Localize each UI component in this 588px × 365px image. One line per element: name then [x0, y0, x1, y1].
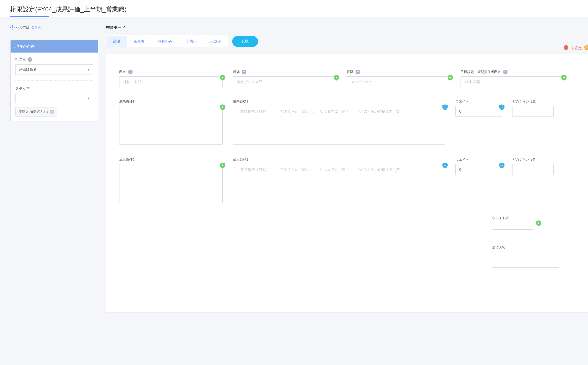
- form-field: 成果目標1+: [233, 99, 445, 145]
- chip-remove-icon[interactable]: ✕: [50, 110, 54, 114]
- chevron-down-icon: ▼: [87, 97, 90, 100]
- mode-tab-hidden[interactable]: 非表示: [179, 36, 203, 47]
- mode-tab-readonly[interactable]: 閲覧のみ: [151, 36, 179, 47]
- form-row-2: 成果責任1+成果目標1+ウエイト+どのくらい（量: [119, 99, 575, 145]
- form-row-1: 氏名?+所属?+役職?+目標設定 管理責任者氏名?+: [119, 70, 575, 87]
- field-label: 役職: [347, 70, 353, 74]
- field-input[interactable]: [461, 76, 564, 87]
- field-textarea[interactable]: [233, 164, 445, 203]
- step-label-row: ステップ: [15, 86, 93, 91]
- mode-tabs: 必須 編集可 閲覧のみ 非表示 未設定: [106, 36, 228, 47]
- shield-icon: +: [220, 75, 225, 81]
- form-row-3: 成果責任2+成果目標1+ウエイト+どのくらい（量: [119, 157, 575, 204]
- bonus-content-input[interactable]: [492, 252, 559, 268]
- apply-button[interactable]: 反映: [232, 36, 258, 47]
- shield-icon: +: [220, 163, 225, 168]
- shield-icon: +: [499, 104, 504, 110]
- chip-label: 実績入力(実績入力): [19, 110, 48, 114]
- shield-icon: +: [561, 75, 567, 81]
- form-field: 役職?+: [347, 70, 450, 87]
- page-title: 権限設定(FY04_成果評価_上半期_営業職): [10, 5, 126, 17]
- conditions-panel: 現在の条件 担当者 ? 評価対象者 ▼ ステップ ▼: [10, 40, 98, 121]
- form-field: どのくらい（量: [512, 99, 554, 145]
- field-input[interactable]: [455, 106, 502, 117]
- field-label: 成果目標1: [233, 99, 248, 104]
- help-link[interactable]: こちら: [31, 25, 41, 30]
- help-badge-icon[interactable]: ?: [503, 70, 508, 74]
- form-row-5: 加点内容: [119, 245, 575, 268]
- field-label: ウエイト: [455, 99, 469, 104]
- mode-label: 権限モード: [106, 25, 588, 30]
- form-field: 成果責任2+: [119, 157, 223, 204]
- form-field: 所属?+: [233, 70, 336, 87]
- field-label: 成果責任2: [119, 157, 134, 162]
- form-field: 氏名?+: [119, 70, 223, 87]
- field-label: 所属: [233, 70, 240, 74]
- field-input[interactable]: [119, 76, 223, 87]
- help-prefix: ヘルプは: [16, 25, 29, 30]
- bonus-content-label: 加点内容: [492, 245, 506, 250]
- field-textarea[interactable]: [233, 106, 445, 145]
- assignee-label: 担当者: [15, 57, 26, 62]
- mode-tab-unset[interactable]: 未設定: [203, 36, 228, 47]
- field-input[interactable]: [347, 76, 450, 87]
- help-badge-icon[interactable]: ?: [28, 57, 32, 62]
- field-label: ウエイト: [455, 157, 469, 162]
- weight-total-input[interactable]: [492, 222, 533, 230]
- weight-total-label: ウエイト計: [492, 216, 509, 220]
- shield-icon: +: [536, 220, 541, 226]
- shield-yellow-icon: +: [584, 45, 588, 51]
- help-icon: ?: [10, 25, 14, 30]
- help-badge-icon[interactable]: ?: [356, 70, 360, 74]
- field-input[interactable]: [512, 164, 554, 175]
- form-field: 成果目標1+: [233, 157, 445, 204]
- separator: [15, 81, 93, 81]
- status-strip: + 未設定 +: [564, 45, 588, 51]
- form-canvas: 氏名?+所属?+役職?+目標設定 管理責任者氏名?+ 成果責任1+成果目標1+ウ…: [106, 54, 588, 313]
- step-label: ステップ: [15, 86, 30, 91]
- shield-icon: +: [442, 163, 448, 168]
- mode-tab-required[interactable]: 必須: [106, 36, 127, 47]
- shield-icon: +: [334, 75, 339, 81]
- assignee-label-row: 担当者 ?: [15, 57, 93, 62]
- shield-icon: +: [499, 163, 504, 168]
- form-field: ウエイト+: [455, 99, 502, 145]
- field-textarea[interactable]: [119, 164, 223, 203]
- mode-tab-editable[interactable]: 編集可: [127, 36, 151, 47]
- form-field: 成果責任1+: [119, 99, 223, 145]
- assignee-value: 評価対象者: [19, 67, 37, 72]
- form-row-4: ウエイト計 +: [119, 216, 575, 230]
- shield-red-icon: +: [564, 45, 568, 51]
- step-select[interactable]: ▼: [15, 94, 93, 103]
- help-link-row: ? ヘルプは こちら: [10, 25, 98, 30]
- field-input[interactable]: [455, 164, 502, 175]
- help-badge-icon[interactable]: ?: [128, 70, 133, 74]
- field-label: 成果目標1: [233, 157, 248, 162]
- field-input[interactable]: [512, 106, 554, 117]
- shield-icon: +: [442, 104, 448, 110]
- form-field: 目標設定 管理責任者氏名?+: [461, 70, 564, 87]
- form-field: ウエイト+: [455, 157, 502, 204]
- status-unset-label: 未設定: [571, 46, 582, 50]
- step-chip: 実績入力(実績入力) ✕: [15, 107, 57, 116]
- shield-icon: +: [448, 75, 453, 81]
- field-label: どのくらい（量: [512, 99, 536, 104]
- form-field: どのくらい（量: [512, 157, 554, 204]
- field-input[interactable]: [233, 76, 336, 87]
- svg-text:+: +: [586, 46, 588, 49]
- shield-icon: +: [220, 104, 225, 110]
- conditions-header: 現在の条件: [11, 40, 98, 53]
- help-badge-icon[interactable]: ?: [242, 70, 246, 74]
- field-label: 目標設定 管理責任者氏名: [461, 70, 501, 74]
- chevron-down-icon: ▼: [87, 68, 90, 71]
- field-label: 成果責任1: [119, 99, 134, 104]
- svg-text:+: +: [565, 46, 567, 49]
- field-label: どのくらい（量: [512, 157, 536, 162]
- field-label: 氏名: [119, 70, 126, 74]
- assignee-select[interactable]: 評価対象者 ▼: [15, 64, 93, 75]
- field-textarea[interactable]: [119, 106, 223, 145]
